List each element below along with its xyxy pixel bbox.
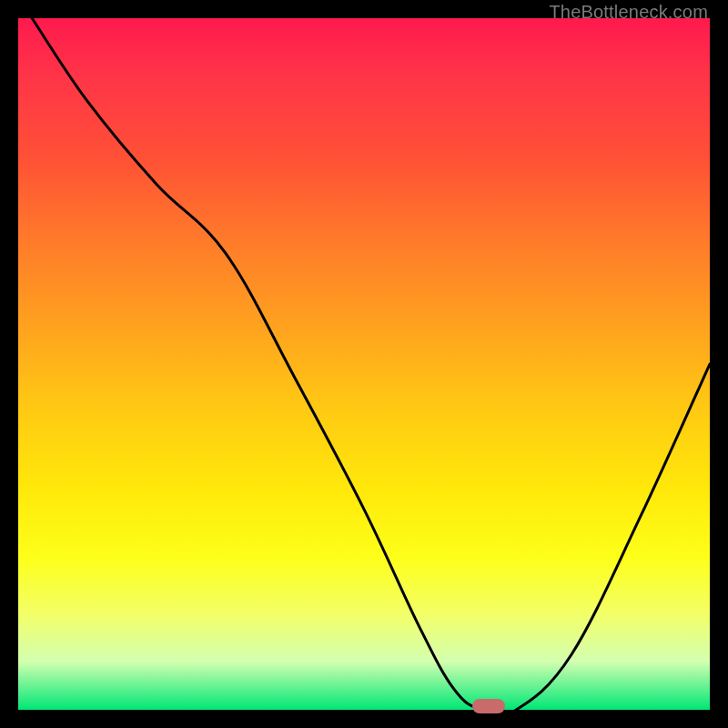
optimal-point-marker: [472, 699, 505, 713]
bottleneck-curve: [18, 18, 710, 710]
